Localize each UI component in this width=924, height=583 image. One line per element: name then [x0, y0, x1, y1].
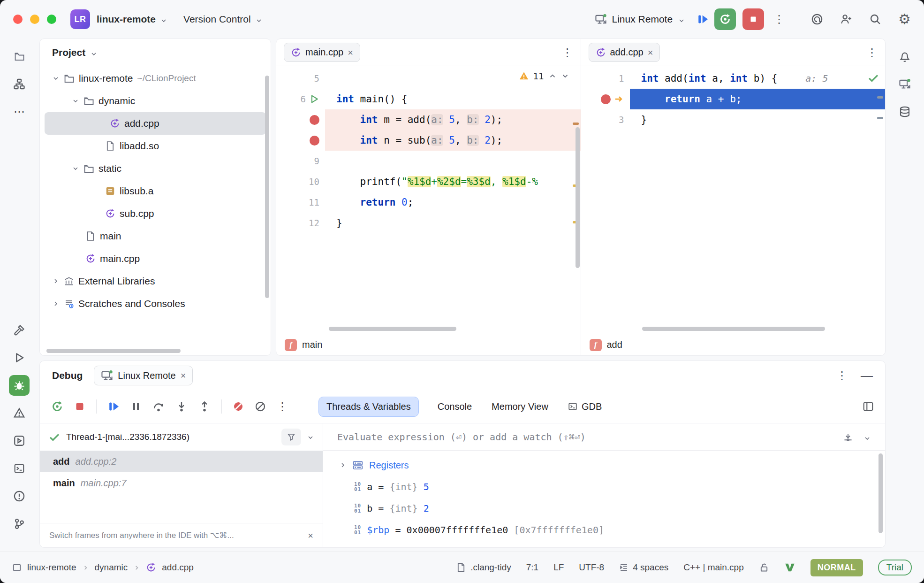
encoding-widget[interactable]: UTF-8	[579, 562, 604, 573]
evaluate-expression-input[interactable]: Evaluate expression (⏎) or add a watch (…	[337, 431, 586, 443]
problems-toolwindow-icon[interactable]	[9, 403, 30, 423]
step-out-button[interactable]	[198, 400, 211, 413]
close-session-icon[interactable]: ×	[181, 371, 186, 380]
search-everywhere-icon[interactable]	[869, 13, 881, 25]
zoom-window-button[interactable]	[47, 15, 56, 24]
inspection-widget[interactable]: 11	[519, 71, 569, 81]
add-user-icon[interactable]	[840, 13, 852, 25]
code-line[interactable]: return a + b;	[581, 89, 886, 109]
chevron-down-icon[interactable]	[863, 433, 871, 441]
more-toolwindows-icon[interactable]: ⋯	[9, 101, 30, 122]
editor-tab-options-icon[interactable]: ⋮	[562, 47, 573, 58]
project-tree-item-add-cpp[interactable]: add.cpp	[45, 112, 266, 135]
indent-widget[interactable]: 4 spaces	[619, 562, 668, 573]
editor-gutter[interactable]: 6	[276, 89, 325, 109]
code-text[interactable]: int m = add(a: 5, b: 2);	[325, 109, 581, 130]
breadcrumb-function[interactable]: add	[607, 339, 622, 350]
close-window-button[interactable]	[13, 15, 23, 24]
ai-assistant-icon[interactable]	[811, 13, 823, 25]
code-text[interactable]: }	[325, 213, 581, 233]
tree-chevron-icon[interactable]	[339, 461, 347, 469]
inspections-toolwindow-icon[interactable]	[9, 486, 30, 506]
editor-gutter[interactable]: 5	[276, 68, 325, 89]
project-toolwindow-icon[interactable]	[9, 46, 30, 67]
vcs-menu[interactable]: Version Control	[183, 14, 263, 25]
code-line[interactable]: 6int main() {	[276, 89, 581, 109]
step-over-button[interactable]	[152, 400, 165, 413]
tree-chevron-icon[interactable]	[72, 165, 79, 172]
hide-panel-icon[interactable]: —	[861, 369, 873, 382]
editor-tab-options-icon[interactable]: ⋮	[866, 47, 878, 58]
next-problem-icon[interactable]	[561, 72, 569, 80]
breakpoint-icon[interactable]	[601, 94, 611, 104]
code-text[interactable]	[325, 151, 581, 171]
code-line[interactable]: int m = add(a: 5, b: 2);	[276, 109, 581, 130]
license-badge[interactable]: Trial	[878, 560, 912, 575]
code-line[interactable]: 1int add(int a, int b) {a: 5	[581, 68, 886, 89]
editor-gutter[interactable]	[581, 89, 630, 109]
chevron-down-icon[interactable]	[90, 49, 98, 56]
structure-toolwindow-icon[interactable]	[9, 74, 30, 94]
tree-chevron-icon[interactable]	[52, 277, 60, 285]
dismiss-hint-icon[interactable]: ×	[308, 531, 313, 540]
code-line[interactable]: 12}	[276, 213, 581, 233]
editor-gutter[interactable]	[276, 109, 325, 130]
stop-process-button[interactable]	[742, 8, 764, 30]
code-line[interactable]: 3}	[581, 109, 886, 130]
tree-chevron-icon[interactable]	[72, 97, 79, 105]
debug-tab-console[interactable]: Console	[437, 397, 473, 416]
project-vertical-scrollbar[interactable]	[265, 76, 269, 298]
debug-toolwindow-icon[interactable]	[9, 375, 30, 396]
clang-tidy-widget[interactable]: .clang-tidy	[456, 562, 511, 573]
step-into-button[interactable]	[175, 400, 188, 413]
editor-horizontal-scrollbar[interactable]	[329, 327, 456, 331]
code-text[interactable]: }	[630, 109, 886, 130]
remote-development-icon[interactable]	[894, 74, 915, 94]
code-line[interactable]: int n = sub(a: 5, b: 2);	[276, 130, 581, 151]
variable-a[interactable]: 1001a = {int} 5	[323, 476, 885, 498]
resume-program-button[interactable]	[697, 13, 709, 25]
project-tree-item-main[interactable]: main	[40, 225, 271, 247]
ideavim-icon[interactable]	[784, 562, 795, 573]
tree-chevron-icon[interactable]	[52, 75, 60, 82]
project-tree-item-external-libraries[interactable]: External Libraries	[40, 270, 271, 292]
project-horizontal-scrollbar[interactable]	[46, 349, 181, 353]
unlock-icon[interactable]	[759, 562, 769, 573]
minimize-window-button[interactable]	[30, 15, 39, 24]
code-editor-main[interactable]: 11 56int main() { int m = add(a: 5, b: 2…	[276, 66, 581, 334]
vim-mode-badge[interactable]: NORMAL	[810, 559, 863, 576]
editor-gutter[interactable]: 1	[581, 68, 630, 89]
run-configuration-selector[interactable]: Linux Remote	[595, 13, 686, 25]
code-line[interactable]: 10 printf("%1$d+%2$d=%3$d, %1$d-%	[276, 171, 581, 192]
editor-gutter[interactable]	[276, 130, 325, 151]
project-tree-item-scratches-and-consoles[interactable]: Scratches and Consoles	[40, 292, 271, 315]
tab-main-cpp[interactable]: main.cpp ×	[284, 43, 360, 62]
resume-button[interactable]	[107, 400, 120, 413]
layout-settings-icon[interactable]	[863, 401, 874, 412]
settings-gear-icon[interactable]: ⚙	[898, 12, 911, 26]
watch-options-icon[interactable]	[843, 432, 853, 442]
debug-options-icon[interactable]: ⋮	[836, 370, 848, 381]
pause-button[interactable]	[130, 401, 142, 412]
code-text[interactable]: int n = sub(a: 5, b: 2);	[325, 130, 581, 151]
language-widget[interactable]: C++ | main.cpp	[683, 562, 744, 573]
build-toolwindow-icon[interactable]	[9, 320, 30, 340]
close-tab-icon[interactable]: ×	[348, 48, 353, 57]
line-separator-widget[interactable]: LF	[553, 562, 564, 573]
variable-b[interactable]: 1001b = {int} 2	[323, 498, 885, 519]
chevron-down-icon[interactable]	[307, 433, 314, 441]
variables-scrollbar[interactable]	[879, 453, 883, 533]
git-toolwindow-icon[interactable]	[9, 514, 30, 534]
prev-problem-icon[interactable]	[548, 72, 557, 80]
project-tree-item-static[interactable]: static	[40, 157, 271, 180]
debug-tab-threads-variables[interactable]: Threads & Variables	[318, 397, 419, 417]
stop-button[interactable]	[74, 401, 85, 412]
notifications-bell-icon[interactable]	[894, 46, 915, 67]
breakpoint-icon[interactable]	[310, 115, 319, 125]
code-line[interactable]: 11 return 0;	[276, 192, 581, 213]
caret-position-widget[interactable]: 7:1	[526, 562, 538, 573]
stack-frame-main[interactable]: mainmain.cpp:7	[40, 472, 323, 494]
terminal-toolwindow-icon[interactable]	[9, 458, 30, 479]
no-problems-check-icon[interactable]	[867, 72, 879, 84]
code-text[interactable]: return 0;	[325, 192, 581, 213]
